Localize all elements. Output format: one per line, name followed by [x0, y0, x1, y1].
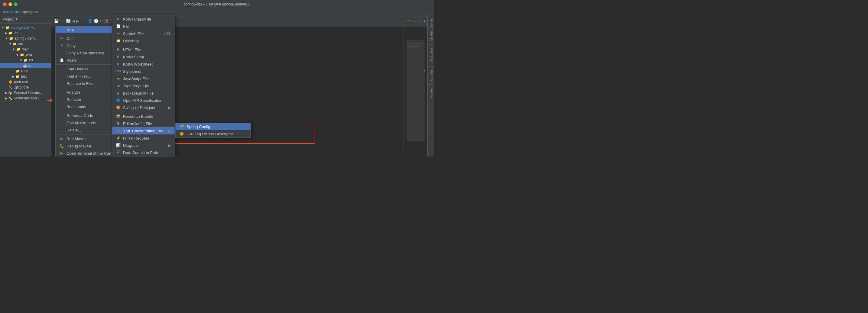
submenu-arrow: ▶: [168, 105, 172, 110]
new-submenu-kotlin-worksheet[interactable]: K Kotlin Worksheet: [112, 60, 175, 68]
new-submenu-stylesheet[interactable]: CSS Stylesheet: [112, 68, 175, 75]
up-arrow[interactable]: ▲: [423, 19, 427, 23]
submenu-divider-2: [112, 112, 175, 112]
editorconfig-icon: ⚙: [116, 121, 121, 126]
kotlin-worksheet-icon: K: [116, 62, 121, 66]
find-icon: [59, 66, 64, 71]
breadcrumb-item-1[interactable]: spring5-stu: [2, 10, 19, 13]
breadcrumb-item-2[interactable]: spring5-de: [22, 10, 38, 13]
tree-item-co[interactable]: ▼ 📁 co: [0, 57, 51, 63]
folder-icon: 📁: [16, 69, 20, 73]
back-button[interactable]: ◀: [72, 19, 75, 23]
new-submenu-typescript[interactable]: TS TypeScript File: [112, 82, 175, 89]
forward-button[interactable]: ▶: [76, 19, 79, 23]
xml-submenu-jsp-tag[interactable]: 🔶 JSP Tag Library Descriptor: [176, 130, 251, 137]
tree-item-test[interactable]: ▶ 📁 test: [0, 74, 51, 79]
folder-icon: ▼ 📁: [5, 37, 13, 40]
tree-item-src[interactable]: ▼ 📁 src: [0, 41, 51, 46]
xml-submenu-spring-config[interactable]: 🌱 Spring Config: [176, 123, 251, 130]
new-submenu-data-source[interactable]: 🗄 Data Source in Path: [112, 149, 175, 156]
new-submenu-swing[interactable]: 🎨 Swing UI Designer ▶: [112, 104, 175, 111]
tree-item-c[interactable]: ☕ c: [0, 63, 51, 68]
jsp-icon: 🔶: [179, 131, 184, 136]
tree-item-label: main: [22, 47, 30, 51]
tree-item-gitignore[interactable]: 🔧 .gitignore: [0, 85, 51, 90]
delete-icon: [59, 127, 64, 132]
tree-item-label: java: [25, 53, 32, 57]
dropdown-icon[interactable]: ▼: [15, 17, 19, 22]
bookmarks-icon: [59, 104, 64, 109]
new-icon: [59, 27, 64, 32]
new-submenu-package-json[interactable]: {} package.json File: [112, 89, 175, 97]
tree-item-main[interactable]: ▼ 📁 main: [0, 46, 51, 52]
submenu-arrow: ▶: [168, 143, 172, 148]
ts-icon: TS: [116, 83, 121, 88]
new-submenu-javascript[interactable]: JS JavaScript File: [112, 75, 175, 82]
data-source-icon: 🗄: [116, 150, 121, 155]
new-submenu-http-request[interactable]: ⚡ HTTP Request: [112, 134, 175, 142]
diagram-icon: 📊: [116, 143, 121, 148]
menu-item-label: File: [123, 24, 129, 29]
toolbar-icon-6[interactable]: ↩: [100, 19, 103, 23]
tree-item-scratches[interactable]: ▶ ✏️ Scratches and C...: [0, 95, 51, 101]
menu-item-label: Directory: [123, 39, 139, 43]
scratch-icon: ▶ ✏️: [5, 96, 12, 100]
menu-item-label: HTTP Request: [123, 136, 149, 140]
css-icon: CSS: [116, 69, 121, 74]
new-submenu-file[interactable]: 📄 File: [112, 23, 175, 30]
codota-tab[interactable]: Codota: [428, 66, 434, 84]
debug-maven-icon: 🐛: [59, 144, 64, 148]
tree-item-java[interactable]: ▼ 📁 java: [0, 52, 51, 57]
toolbar-icon-7[interactable]: 🖼: [104, 19, 108, 23]
menu-item-label: Resource Bundle: [123, 114, 153, 119]
toolbar-icon-5[interactable]: 🕐: [94, 19, 98, 23]
menu-item-label: package.json File: [123, 91, 154, 95]
toolbar-icon-2[interactable]: ⬛: [60, 19, 65, 23]
tree-item-resources[interactable]: 📁 reso...: [0, 68, 51, 74]
new-submenu-xml-config[interactable]: ⚙ XML Configuration File ▶: [112, 127, 175, 134]
tree-item-pom[interactable]: 🔶 pom.xml: [0, 79, 51, 85]
menu-item-label: Kotlin Script: [123, 55, 144, 59]
new-submenu-resource-bundle[interactable]: 📦 Resource Bundle: [112, 113, 175, 120]
toolbar-icon-3[interactable]: 🔄: [66, 19, 71, 23]
menu-item-label: Analyze: [66, 90, 81, 95]
tree-item-external[interactable]: ▶ 📚 External Librarie...: [0, 90, 51, 95]
scratch-file-icon: ✏: [116, 31, 121, 36]
tree-item-demo[interactable]: ▼ 📁 spring5-dem...: [0, 36, 51, 41]
tree-item-label: spring5-dem...: [14, 36, 38, 40]
openapi-icon: 🔵: [116, 98, 121, 103]
tree-item-root[interactable]: ▼ 📁 spring5-stu ~/...: [0, 25, 51, 30]
menu-item-label: Cut: [66, 36, 72, 41]
submenu-divider-1: [112, 45, 175, 45]
menu-item-label: Replace in Files...: [66, 81, 98, 86]
menu-item-label: JSP Tag Library Descriptor: [186, 132, 233, 136]
minimize-button[interactable]: [8, 2, 12, 6]
refactor-icon: [59, 97, 64, 102]
menu-item-label: Stylesheet: [123, 69, 142, 74]
new-submenu-diagram[interactable]: 📊 Diagram ▶: [112, 142, 175, 149]
new-submenu-openapi[interactable]: 🔵 OpenAPI Specification: [112, 97, 175, 104]
github-copilot-tab[interactable]: GitHub Copilot: [428, 15, 434, 44]
new-submenu-directory[interactable]: 📁 Directory: [112, 37, 175, 44]
new-submenu: K Kotlin Class/File 📄 File ✏ Scratch Fil…: [112, 15, 175, 156]
database-tab[interactable]: Database: [428, 44, 434, 66]
toolbar: 💾 ⬛ 🔄 ◀ ▶ 👤 🕐 ↩ 🖼 🚫 🐾 🔤 ⚠ 2 ✓ 1 ▲ ▼: [51, 15, 434, 27]
swing-icon: 🎨: [116, 105, 121, 110]
new-submenu-html[interactable]: H HTML File: [112, 46, 175, 53]
new-submenu-editorconfig[interactable]: ⚙ EditorConfig File: [112, 120, 175, 127]
maven-tab[interactable]: Maven: [428, 84, 434, 102]
menu-item-label: Spring Config: [186, 124, 210, 129]
toolbar-icon-1[interactable]: 💾: [54, 19, 59, 23]
new-submenu-kotlin-script[interactable]: K Kotlin Script: [112, 53, 175, 60]
menu-item-label: Find in Files...: [66, 74, 91, 79]
tree-item-idea[interactable]: ▶ 📁 .idea: [0, 30, 51, 36]
package-json-icon: {}: [116, 91, 121, 95]
maximize-button[interactable]: [14, 2, 18, 6]
breadcrumb-separator: ›: [20, 10, 21, 13]
new-submenu-scratch[interactable]: ✏ Scratch File ⇧⌘N: [112, 30, 175, 37]
toolbar-icon-4[interactable]: 👤: [88, 19, 92, 23]
new-submenu-kotlin-class[interactable]: K Kotlin Class/File: [112, 15, 175, 23]
menu-item-label: Debug Maven: [66, 144, 91, 148]
close-button[interactable]: [3, 2, 7, 6]
folder-icon: ▼ 📁: [1, 26, 10, 30]
